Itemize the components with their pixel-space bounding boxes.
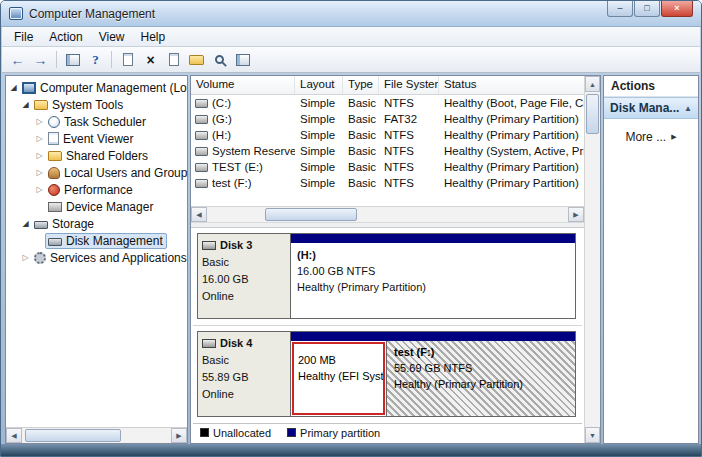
maximize-button[interactable]: □ <box>634 1 660 17</box>
tree-item-label: Local Users and Groups <box>64 166 187 180</box>
disk-row-separator <box>193 325 582 326</box>
volume-status: Healthy (System, Active, Pri... <box>439 145 584 157</box>
scroll-left-button[interactable]: ◀ <box>6 428 22 443</box>
tree-item-local-users-and-groups[interactable]: ▷ Local Users and Groups <box>6 164 187 181</box>
volume-row[interactable]: test (F:) Simple Basic NTFS Healthy (Pri… <box>191 175 584 191</box>
scrollbar-thumb[interactable] <box>586 94 599 134</box>
expander-icon[interactable]: ▷ <box>34 151 45 160</box>
window-bottom-frame <box>1 444 701 456</box>
tree-item-label: Shared Folders <box>66 149 148 163</box>
menu-file[interactable]: File <box>6 28 41 46</box>
scrollbar-thumb[interactable] <box>265 208 357 221</box>
menu-view[interactable]: View <box>91 28 133 46</box>
menu-action[interactable]: Action <box>41 28 90 46</box>
column-header-file-system[interactable]: File System <box>379 76 439 94</box>
tree-item-computer-management[interactable]: ◢ Computer Management (Local <box>6 79 187 96</box>
expander-icon[interactable]: ▷ <box>34 134 45 143</box>
tree-item-label: Computer Management (Local <box>40 81 187 95</box>
toolbar-separator <box>111 51 112 68</box>
title-bar[interactable]: Computer Management – □ × <box>1 1 701 27</box>
partition-label: test (F:) <box>394 344 568 360</box>
tree-item-disk-management[interactable]: Disk Management <box>6 232 187 249</box>
scroll-right-button[interactable]: ▶ <box>568 207 584 222</box>
forward-button[interactable]: → <box>30 49 51 70</box>
scrollbar-thumb[interactable] <box>25 429 121 442</box>
search-button[interactable] <box>209 49 230 70</box>
expander-icon[interactable]: ◢ <box>20 100 31 109</box>
more-actions-item[interactable]: More ... ▶ <box>604 127 698 147</box>
expander-icon[interactable]: ▷ <box>34 185 45 194</box>
disk-3-info[interactable]: Disk 3 Basic 16.00 GB Online <box>197 233 291 319</box>
log-icon <box>48 132 59 145</box>
collapse-section-icon[interactable]: ▲ <box>684 104 692 113</box>
column-header-layout[interactable]: Layout <box>295 76 343 94</box>
disk-state: Online <box>202 288 286 305</box>
tree-item-shared-folders[interactable]: ▷ Shared Folders <box>6 147 187 164</box>
close-button[interactable]: × <box>661 1 693 17</box>
column-header-volume[interactable]: Volume <box>191 76 295 94</box>
volume-status: Healthy (Primary Partition) <box>439 113 584 125</box>
volume-fs: NTFS <box>379 145 439 157</box>
expander-icon[interactable]: ◢ <box>8 83 19 92</box>
scroll-left-button[interactable]: ◀ <box>191 207 207 222</box>
scrollbar-track[interactable] <box>585 92 600 427</box>
volume-row[interactable]: (G:) Simple Basic FAT32 Healthy (Primary… <box>191 111 584 127</box>
computer-management-window: Computer Management – □ × File Action Vi… <box>0 0 702 457</box>
volume-name: (H:) <box>212 129 231 141</box>
scrollbar-track[interactable] <box>207 207 568 222</box>
scroll-up-button[interactable]: ▲ <box>585 76 600 92</box>
column-header-status[interactable]: Status <box>439 76 584 94</box>
volume-name: System Reserved <box>212 145 295 157</box>
volume-row[interactable]: (C:) Simple Basic NTFS Healthy (Boot, Pa… <box>191 95 584 111</box>
tree-item-device-manager[interactable]: Device Manager <box>6 198 187 215</box>
shared-folder-icon <box>48 151 62 161</box>
minimize-button[interactable]: – <box>607 1 633 17</box>
expander-icon[interactable]: ▷ <box>20 253 31 262</box>
tree-item-performance[interactable]: ▷ Performance <box>6 181 187 198</box>
console-tree: ◢ Computer Management (Local ◢ System To… <box>6 76 187 427</box>
tree-item-task-scheduler[interactable]: ▷ Task Scheduler <box>6 113 187 130</box>
console-tree-panel: ◢ Computer Management (Local ◢ System To… <box>5 75 188 444</box>
tree-item-system-tools[interactable]: ◢ System Tools <box>6 96 187 113</box>
disk-3-partition[interactable]: (H:) 16.00 GB NTFS Healthy (Primary Part… <box>290 233 576 319</box>
tree-item-services-and-applications[interactable]: ▷ Services and Applications <box>6 249 187 266</box>
properties-button[interactable] <box>163 49 184 70</box>
details-vertical-scrollbar[interactable]: ▲ ▼ <box>584 76 600 443</box>
window-view-button[interactable] <box>232 49 253 70</box>
column-header-type[interactable]: Type <box>343 76 379 94</box>
show-console-tree-button[interactable] <box>62 49 83 70</box>
tree-item-storage[interactable]: ◢ Storage <box>6 215 187 232</box>
menu-help[interactable]: Help <box>133 28 174 46</box>
help-button[interactable]: ? <box>85 49 106 70</box>
efi-partition-highlighted[interactable]: 200 MB Healthy (EFI Syst <box>292 342 385 415</box>
volume-name: test (F:) <box>212 177 252 189</box>
scroll-right-button[interactable]: ▶ <box>171 428 187 443</box>
volume-list-header: Volume Layout Type File System Status <box>191 76 584 95</box>
tree-item-label: Device Manager <box>66 200 153 214</box>
disk-icon <box>48 238 62 246</box>
expander-icon[interactable]: ▷ <box>34 117 45 126</box>
volume-horizontal-scrollbar[interactable]: ◀ ▶ <box>191 206 584 222</box>
volume-fs: FAT32 <box>379 113 439 125</box>
delete-button[interactable]: × <box>140 49 161 70</box>
tree-horizontal-scrollbar[interactable]: ◀ ▶ <box>6 427 187 443</box>
expander-icon[interactable]: ◢ <box>20 219 31 228</box>
scrollbar-track[interactable] <box>22 428 171 443</box>
back-button[interactable]: ← <box>7 49 28 70</box>
export-list-button[interactable] <box>117 49 138 70</box>
volume-row[interactable]: System Reserved Simple Basic NTFS Health… <box>191 143 584 159</box>
test-partition-selected[interactable]: test (F:) 55.69 GB NTFS Healthy (Primary… <box>386 341 575 416</box>
volume-row[interactable]: (H:) Simple Basic NTFS Healthy (Primary … <box>191 127 584 143</box>
users-icon <box>48 167 60 179</box>
tree-item-event-viewer[interactable]: ▷ Event Viewer <box>6 130 187 147</box>
disk-size: 16.00 GB <box>202 271 286 288</box>
volume-row[interactable]: TEST (E:) Simple Basic NTFS Healthy (Pri… <box>191 159 584 175</box>
expander-icon[interactable]: ▷ <box>34 168 45 177</box>
actions-pane: Actions Disk Mana... ▲ More ... ▶ <box>603 75 699 444</box>
disk-4-info[interactable]: Disk 4 Basic 55.89 GB Online <box>197 331 291 417</box>
open-folder-button[interactable] <box>186 49 207 70</box>
disk-3-row: Disk 3 Basic 16.00 GB Online (H:) 16.00 … <box>197 233 576 319</box>
disk-management-actions-section[interactable]: Disk Mana... ▲ <box>604 97 698 119</box>
scroll-down-button[interactable]: ▼ <box>585 427 600 443</box>
volume-type: Basic <box>343 129 379 141</box>
